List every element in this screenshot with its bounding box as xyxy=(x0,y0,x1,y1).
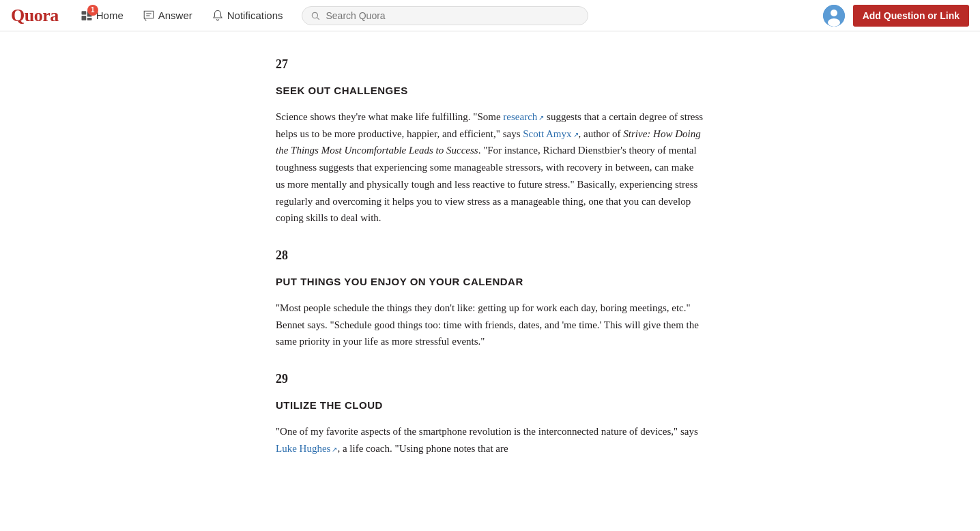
scott-amyx-link[interactable]: Scott Amyx↗ xyxy=(523,128,578,139)
ext-link-icon-2: ↗ xyxy=(573,130,579,141)
section-29-heading: UTILIZE THE CLOUD xyxy=(276,397,704,414)
notifications-nav-item[interactable]: Notifications xyxy=(203,3,291,28)
svg-point-11 xyxy=(828,18,840,27)
section-28-number: 28 xyxy=(276,246,704,266)
avatar-icon xyxy=(823,5,845,27)
svg-line-8 xyxy=(317,17,319,19)
quora-logo[interactable]: Quora xyxy=(11,1,59,30)
svg-rect-2 xyxy=(81,16,86,20)
home-nav-item[interactable]: Home 1 xyxy=(72,3,132,28)
section-27-body: Science shows they're what make life ful… xyxy=(276,109,704,227)
notifications-label: Notifications xyxy=(227,8,283,24)
search-icon xyxy=(311,11,320,20)
section-28-body: "Most people schedule the things they do… xyxy=(276,300,704,350)
svg-point-7 xyxy=(313,12,318,18)
ext-link-icon-3: ↗ xyxy=(332,444,337,456)
navbar: Quora Home 1 Answer xyxy=(0,0,980,31)
navbar-links: Home 1 Answer Notifications xyxy=(72,3,291,28)
section-28-heading: PUT THINGS YOU ENJOY ON YOUR CALENDAR xyxy=(276,274,704,290)
avatar[interactable] xyxy=(823,5,845,27)
svg-rect-0 xyxy=(81,11,86,14)
add-question-button[interactable]: Add Question or Link xyxy=(853,5,969,27)
research-link[interactable]: research↗ xyxy=(503,111,544,122)
navbar-right: Add Question or Link xyxy=(823,5,969,27)
search-input[interactable] xyxy=(326,10,579,21)
section-29-number: 29 xyxy=(276,369,704,389)
home-label: Home xyxy=(96,8,124,24)
bell-icon xyxy=(212,10,224,22)
answer-nav-item[interactable]: Answer xyxy=(134,3,201,28)
answer-label: Answer xyxy=(158,8,192,24)
section-27-number: 27 xyxy=(276,55,704,74)
answer-icon xyxy=(143,10,155,22)
main-content: 27 SEEK OUT CHALLENGES Science shows the… xyxy=(265,41,715,503)
section-27: 27 SEEK OUT CHALLENGES Science shows the… xyxy=(276,55,704,227)
book-title: Strive: How Doing the Things Most Uncomf… xyxy=(276,128,701,156)
home-badge: 1 xyxy=(87,5,98,16)
section-27-heading: SEEK OUT CHALLENGES xyxy=(276,83,704,99)
section-29: 29 UTILIZE THE CLOUD "One of my favorite… xyxy=(276,369,704,457)
luke-hughes-link[interactable]: Luke Hughes↗ xyxy=(276,443,337,454)
svg-rect-3 xyxy=(87,18,91,20)
ext-link-icon: ↗ xyxy=(538,113,544,124)
section-28: 28 PUT THINGS YOU ENJOY ON YOUR CALENDAR… xyxy=(276,246,704,350)
section-29-body: "One of my favorite aspects of the smart… xyxy=(276,423,704,457)
svg-point-10 xyxy=(831,10,837,16)
search-bar[interactable] xyxy=(302,6,588,25)
